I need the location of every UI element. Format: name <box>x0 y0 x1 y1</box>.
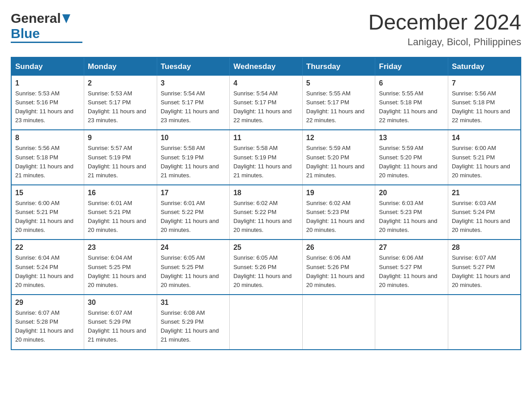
calendar-cell: 2 Sunrise: 5:53 AM Sunset: 5:17 PM Dayli… <box>84 76 157 130</box>
calendar-cell: 3 Sunrise: 5:54 AM Sunset: 5:17 PM Dayli… <box>157 76 230 130</box>
day-info: Sunrise: 6:07 AM Sunset: 5:28 PM Dayligh… <box>15 308 80 345</box>
day-number: 23 <box>88 244 153 252</box>
day-info: Sunrise: 6:00 AM Sunset: 5:21 PM Dayligh… <box>15 199 80 235</box>
calendar-cell: 6 Sunrise: 5:55 AM Sunset: 5:18 PM Dayli… <box>375 76 448 130</box>
day-info: Sunrise: 5:54 AM Sunset: 5:17 PM Dayligh… <box>161 89 226 125</box>
day-number: 2 <box>88 79 153 87</box>
logo-arrow-icon <box>62 14 70 25</box>
day-number: 31 <box>161 299 226 307</box>
calendar-cell: 4 Sunrise: 5:54 AM Sunset: 5:17 PM Dayli… <box>230 76 303 130</box>
day-info: Sunrise: 6:01 AM Sunset: 5:22 PM Dayligh… <box>161 199 226 235</box>
day-info: Sunrise: 5:59 AM Sunset: 5:20 PM Dayligh… <box>306 144 372 180</box>
calendar-week-row: 8 Sunrise: 5:56 AM Sunset: 5:18 PM Dayli… <box>11 130 521 185</box>
month-title: December 2024 <box>368 11 521 34</box>
logo-underline <box>11 42 82 43</box>
day-number: 15 <box>15 189 80 197</box>
day-number: 24 <box>161 244 226 252</box>
day-info: Sunrise: 5:56 AM Sunset: 5:18 PM Dayligh… <box>15 144 80 180</box>
weekday-header-tuesday: Tuesday <box>157 57 230 76</box>
weekday-header-thursday: Thursday <box>302 57 375 76</box>
day-info: Sunrise: 6:05 AM Sunset: 5:26 PM Dayligh… <box>233 253 299 290</box>
day-number: 25 <box>233 244 299 252</box>
day-info: Sunrise: 6:04 AM Sunset: 5:24 PM Dayligh… <box>15 253 80 290</box>
logo-blue-text: Blue <box>11 26 40 41</box>
calendar-cell: 28 Sunrise: 6:07 AM Sunset: 5:27 PM Dayl… <box>448 240 521 295</box>
day-number: 27 <box>379 244 444 252</box>
calendar-cell <box>375 295 448 350</box>
day-info: Sunrise: 5:54 AM Sunset: 5:17 PM Dayligh… <box>233 89 299 125</box>
day-info: Sunrise: 6:08 AM Sunset: 5:29 PM Dayligh… <box>161 308 226 345</box>
day-number: 30 <box>88 299 153 307</box>
calendar-cell: 26 Sunrise: 6:06 AM Sunset: 5:26 PM Dayl… <box>302 240 375 295</box>
day-number: 29 <box>15 299 80 307</box>
calendar-cell: 17 Sunrise: 6:01 AM Sunset: 5:22 PM Dayl… <box>157 185 230 240</box>
day-info: Sunrise: 6:07 AM Sunset: 5:29 PM Dayligh… <box>88 308 153 345</box>
calendar-cell: 8 Sunrise: 5:56 AM Sunset: 5:18 PM Dayli… <box>11 130 84 185</box>
day-info: Sunrise: 6:06 AM Sunset: 5:26 PM Dayligh… <box>306 253 372 290</box>
day-number: 14 <box>452 134 517 142</box>
day-number: 4 <box>233 79 299 87</box>
day-number: 3 <box>161 79 226 87</box>
day-number: 18 <box>233 189 299 197</box>
weekday-header-row: SundayMondayTuesdayWednesdayThursdayFrid… <box>11 57 521 76</box>
day-number: 9 <box>88 134 153 142</box>
day-info: Sunrise: 5:53 AM Sunset: 5:17 PM Dayligh… <box>88 89 153 125</box>
logo-general-text: General <box>11 11 61 26</box>
day-info: Sunrise: 6:02 AM Sunset: 5:22 PM Dayligh… <box>233 199 299 235</box>
day-number: 16 <box>88 189 153 197</box>
day-info: Sunrise: 6:07 AM Sunset: 5:27 PM Dayligh… <box>452 253 517 290</box>
day-number: 5 <box>306 79 372 87</box>
day-info: Sunrise: 5:56 AM Sunset: 5:18 PM Dayligh… <box>452 89 517 125</box>
day-number: 17 <box>161 189 226 197</box>
day-number: 26 <box>306 244 372 252</box>
calendar-week-row: 15 Sunrise: 6:00 AM Sunset: 5:21 PM Dayl… <box>11 185 521 240</box>
day-info: Sunrise: 6:05 AM Sunset: 5:25 PM Dayligh… <box>161 253 226 290</box>
calendar-cell: 7 Sunrise: 5:56 AM Sunset: 5:18 PM Dayli… <box>448 76 521 130</box>
calendar-cell: 10 Sunrise: 5:58 AM Sunset: 5:19 PM Dayl… <box>157 130 230 185</box>
calendar-cell: 18 Sunrise: 6:02 AM Sunset: 5:22 PM Dayl… <box>230 185 303 240</box>
calendar-cell: 30 Sunrise: 6:07 AM Sunset: 5:29 PM Dayl… <box>84 295 157 350</box>
day-number: 28 <box>452 244 517 252</box>
calendar-cell: 22 Sunrise: 6:04 AM Sunset: 5:24 PM Dayl… <box>11 240 84 295</box>
calendar-cell: 24 Sunrise: 6:05 AM Sunset: 5:25 PM Dayl… <box>157 240 230 295</box>
day-number: 11 <box>233 134 299 142</box>
calendar-week-row: 22 Sunrise: 6:04 AM Sunset: 5:24 PM Dayl… <box>11 240 521 295</box>
title-area: December 2024 Lanigay, Bicol, Philippine… <box>368 11 521 48</box>
day-info: Sunrise: 6:02 AM Sunset: 5:23 PM Dayligh… <box>306 199 372 235</box>
day-number: 10 <box>161 134 226 142</box>
calendar-cell: 9 Sunrise: 5:57 AM Sunset: 5:19 PM Dayli… <box>84 130 157 185</box>
day-info: Sunrise: 5:55 AM Sunset: 5:17 PM Dayligh… <box>306 89 372 125</box>
page-header: General Blue December 2024 Lanigay, Bico… <box>11 11 521 48</box>
calendar-cell: 12 Sunrise: 5:59 AM Sunset: 5:20 PM Dayl… <box>302 130 375 185</box>
day-info: Sunrise: 6:03 AM Sunset: 5:23 PM Dayligh… <box>379 199 444 235</box>
day-info: Sunrise: 5:53 AM Sunset: 5:16 PM Dayligh… <box>15 89 80 125</box>
day-number: 12 <box>306 134 372 142</box>
calendar-table: SundayMondayTuesdayWednesdayThursdayFrid… <box>11 57 521 350</box>
day-number: 13 <box>379 134 444 142</box>
day-info: Sunrise: 5:59 AM Sunset: 5:20 PM Dayligh… <box>379 144 444 180</box>
calendar-cell: 15 Sunrise: 6:00 AM Sunset: 5:21 PM Dayl… <box>11 185 84 240</box>
day-info: Sunrise: 5:57 AM Sunset: 5:19 PM Dayligh… <box>88 144 153 180</box>
day-number: 20 <box>379 189 444 197</box>
calendar-cell: 1 Sunrise: 5:53 AM Sunset: 5:16 PM Dayli… <box>11 76 84 130</box>
day-info: Sunrise: 5:55 AM Sunset: 5:18 PM Dayligh… <box>379 89 444 125</box>
day-number: 1 <box>15 79 80 87</box>
calendar-week-row: 29 Sunrise: 6:07 AM Sunset: 5:28 PM Dayl… <box>11 295 521 350</box>
calendar-cell: 21 Sunrise: 6:03 AM Sunset: 5:24 PM Dayl… <box>448 185 521 240</box>
day-info: Sunrise: 6:03 AM Sunset: 5:24 PM Dayligh… <box>452 199 517 235</box>
calendar-cell: 5 Sunrise: 5:55 AM Sunset: 5:17 PM Dayli… <box>302 76 375 130</box>
calendar-cell <box>448 295 521 350</box>
weekday-header-friday: Friday <box>375 57 448 76</box>
day-number: 21 <box>452 189 517 197</box>
day-info: Sunrise: 6:00 AM Sunset: 5:21 PM Dayligh… <box>452 144 517 180</box>
calendar-cell: 16 Sunrise: 6:01 AM Sunset: 5:21 PM Dayl… <box>84 185 157 240</box>
calendar-cell: 11 Sunrise: 5:58 AM Sunset: 5:19 PM Dayl… <box>230 130 303 185</box>
day-info: Sunrise: 6:01 AM Sunset: 5:21 PM Dayligh… <box>88 199 153 235</box>
svg-marker-0 <box>62 14 70 23</box>
weekday-header-wednesday: Wednesday <box>230 57 303 76</box>
day-info: Sunrise: 5:58 AM Sunset: 5:19 PM Dayligh… <box>161 144 226 180</box>
calendar-cell: 25 Sunrise: 6:05 AM Sunset: 5:26 PM Dayl… <box>230 240 303 295</box>
calendar-cell: 13 Sunrise: 5:59 AM Sunset: 5:20 PM Dayl… <box>375 130 448 185</box>
calendar-cell: 14 Sunrise: 6:00 AM Sunset: 5:21 PM Dayl… <box>448 130 521 185</box>
location-title: Lanigay, Bicol, Philippines <box>368 36 521 48</box>
